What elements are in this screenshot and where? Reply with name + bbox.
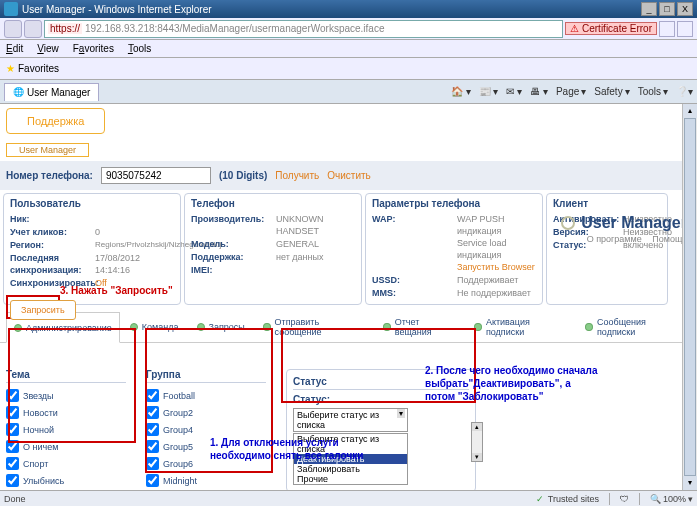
window-title: User Manager - Windows Internet Explorer [22,4,212,15]
status-bar: Done ✓ Trusted sites 🛡 🔍 100% ▾ [0,490,697,506]
help-button[interactable]: ❔▾ [676,86,693,97]
tools-menu[interactable]: Tools ▾ [638,86,668,97]
about-link[interactable]: О программе [587,234,642,244]
status-zone: Trusted sites [548,494,599,504]
phone-number-row: Номер телефона: (10 Digits) Получить Очи… [0,161,697,190]
minimize-button[interactable]: _ [641,2,657,16]
group-label: Midnight [163,476,197,486]
menu-bar: EEditdit View Favorites Tools [0,40,697,58]
refresh-button[interactable] [659,21,675,37]
menu-edit[interactable]: EEditdit [6,43,23,54]
topic-checkbox[interactable] [6,474,19,487]
topic-item: Спорт [6,455,126,472]
favorites-bar: Favorites [0,58,697,80]
topic-checkbox[interactable] [6,457,19,470]
topic-item: Улыбнись [6,472,126,489]
panel-params-title: Параметры телефона [372,198,536,209]
annotation-step2: 2. После чего необходимо сначала выбрать… [425,364,597,403]
annotation-step1: 1. Для отключения услуги необходимо снят… [210,436,363,462]
address-bar: https:// 192.168.93.218:8443/MediaManage… [0,18,697,40]
group-checkbox[interactable] [146,474,159,487]
ie-icon [4,2,18,16]
app-logo-icon [561,216,575,230]
status-opt-other[interactable]: Прочие [294,474,407,484]
url-scheme: https:// [48,23,82,34]
addr-right-controls [659,21,693,37]
phone-get-link[interactable]: Получить [275,170,319,181]
tab-sub-messages[interactable]: Сообщения подписки [577,312,691,342]
phone-input[interactable] [101,167,211,184]
menu-view[interactable]: View [37,43,59,54]
panel-params: Параметры телефона WAP:WAP PUSH индикаци… [365,193,543,305]
close-button[interactable]: X [677,2,693,16]
scroll-up-button[interactable]: ▴ [683,104,697,118]
certificate-error[interactable]: Certificate Error [565,22,657,35]
app-title: User Manager [581,214,687,232]
tab-user-manager[interactable]: User Manager [4,83,99,101]
stop-button[interactable] [677,21,693,37]
redbox-topics [8,328,136,443]
topic-label: Улыбнись [23,476,64,486]
dropdown-scrollbar[interactable] [471,422,483,462]
feeds-button[interactable]: 📰 ▾ [479,86,499,97]
request-button[interactable]: Запросить [10,300,76,320]
safety-menu[interactable]: Safety ▾ [594,86,629,97]
legacy-user-manager-button[interactable]: User Manager [6,143,89,157]
mail-button[interactable]: ✉ ▾ [506,86,522,97]
support-button[interactable]: Поддержка [6,108,105,134]
print-button[interactable]: 🖶 ▾ [530,86,548,97]
protected-mode-icon: 🛡 [620,494,629,504]
panel-phone: Телефон Производитель:UNKNOWN HANDSET Мо… [184,193,362,305]
window-controls: _ □ X [641,2,693,16]
panel-client: Клиент Активировать:Неизвестно Версия:Не… [546,193,668,305]
phone-label: Номер телефона: [6,170,93,181]
url-input[interactable]: https:// 192.168.93.218:8443/MediaManage… [44,20,563,38]
forward-button[interactable] [24,20,42,38]
back-button[interactable] [4,20,22,38]
topic-label: О ничем [23,442,58,452]
annotation-step3: 3. Нажать "Запросить" [60,285,173,296]
status-opt-block[interactable]: Заблокировать [294,464,407,474]
menu-favorites[interactable]: Favorites [73,43,114,54]
panel-user-title: Пользователь [10,198,174,209]
panel-client-title: Клиент [553,198,661,209]
scroll-thumb[interactable] [684,118,696,476]
command-bar: 🏠 ▾ 📰 ▾ ✉ ▾ 🖶 ▾ Page ▾ Safety ▾ Tools ▾ … [451,86,693,97]
window-scrollbar[interactable]: ▴ ▾ [682,104,697,490]
scroll-down-button[interactable]: ▾ [683,476,697,490]
topic-label: Спорт [23,459,48,469]
panel-phone-title: Телефон [191,198,355,209]
status-done: Done [4,494,26,504]
phone-clear-link[interactable]: Очистить [327,170,371,181]
zoom-control[interactable]: 🔍 100% ▾ [650,494,693,504]
status-selected[interactable]: Выберите статус из списка [293,408,408,432]
group-item: Midnight [146,472,266,489]
launch-browser-link[interactable]: Запустить Browser [457,262,535,272]
phone-digits-hint: (10 Digits) [219,170,267,181]
tab-activation[interactable]: Активация подписки [466,312,575,342]
favorites-button[interactable]: Favorites [6,63,59,74]
app-header: User Manager О программе Помощь [561,214,687,244]
page-menu[interactable]: Page ▾ [556,86,586,97]
menu-tools[interactable]: Tools [128,43,151,54]
maximize-button[interactable]: □ [659,2,675,16]
app-root: Поддержка User Manager User Manager О пр… [0,104,697,506]
tab-bar: User Manager 🏠 ▾ 📰 ▾ ✉ ▾ 🖶 ▾ Page ▾ Safe… [0,80,697,104]
window-titlebar: User Manager - Windows Internet Explorer… [0,0,697,18]
url-text: 192.168.93.218:8443/MediaManager/userman… [85,23,559,34]
home-button[interactable]: 🏠 ▾ [451,86,471,97]
